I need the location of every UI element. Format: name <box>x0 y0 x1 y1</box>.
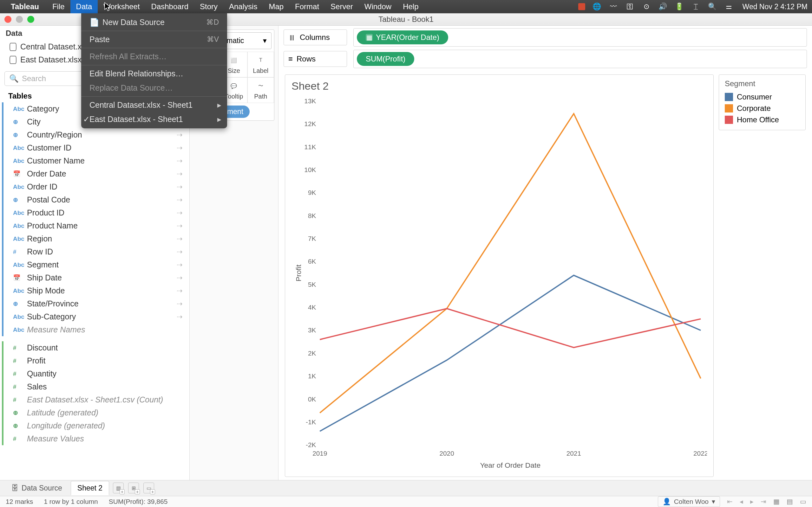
next-page-icon[interactable]: ▸ <box>750 498 754 505</box>
field-order-id[interactable]: AbcOrder ID⇢ <box>3 180 189 193</box>
blend-link-icon[interactable]: ⇢ <box>177 287 183 295</box>
field-customer-name[interactable]: AbcCustomer Name⇢ <box>3 154 189 167</box>
field-postal-code[interactable]: ⊕Postal Code⇢ <box>3 193 189 206</box>
field-sub-category[interactable]: AbcSub-Category⇢ <box>3 310 189 323</box>
field-quantity[interactable]: #Quantity <box>3 367 189 380</box>
blend-link-icon[interactable]: ⇢ <box>177 235 183 243</box>
menu-story[interactable]: Story <box>194 0 223 13</box>
new-worksheet-button[interactable]: ▥+ <box>113 483 124 493</box>
line-home-office[interactable] <box>320 308 701 348</box>
menu-ds-east[interactable]: ✓East Dataset.xlsx - Sheet1▸ <box>81 112 227 126</box>
minimize-window-button[interactable] <box>16 16 23 23</box>
field-order-date[interactable]: 📅Order Date⇢ <box>3 167 189 180</box>
columns-shelf[interactable]: ▦YEAR(Order Date) <box>353 28 807 47</box>
blend-link-icon[interactable]: ⇢ <box>177 183 183 191</box>
menu-paste[interactable]: Paste ⌘V <box>81 32 227 47</box>
last-page-icon[interactable]: ⇥ <box>761 498 766 505</box>
tab-sheet-2[interactable]: Sheet 2 <box>71 481 109 495</box>
field-measure-values[interactable]: #Measure Values <box>3 432 189 445</box>
menu-edit-blend[interactable]: Edit Blend Relationships… <box>81 66 227 81</box>
blend-link-icon[interactable]: ⇢ <box>177 157 183 165</box>
mark-path-button[interactable]: 〜Path <box>247 77 274 103</box>
field-ship-mode[interactable]: AbcShip Mode⇢ <box>3 284 189 297</box>
stoplight-icon[interactable] <box>578 3 585 10</box>
key-icon[interactable]: ⚿ <box>625 2 635 11</box>
field-country-region[interactable]: ⊕Country/Region⇢ <box>3 128 189 141</box>
app-name[interactable]: Tableau <box>11 2 39 11</box>
presentation-icon[interactable]: ▭ <box>800 498 806 505</box>
field-measure-names[interactable]: AbcMeasure Names <box>3 323 189 336</box>
menu-data[interactable]: Data <box>70 0 98 13</box>
field-customer-id[interactable]: AbcCustomer ID⇢ <box>3 141 189 154</box>
blend-link-icon[interactable]: ⇢ <box>177 196 183 204</box>
menu-server[interactable]: Server <box>325 0 359 13</box>
legend-item-corporate[interactable]: Corporate <box>725 103 800 114</box>
field-state-province[interactable]: ⊕State/Province⇢ <box>3 297 189 310</box>
menu-worksheet[interactable]: Worksheet <box>98 0 145 13</box>
field-ship-date[interactable]: 📅Ship Date⇢ <box>3 271 189 284</box>
legend-item-consumer[interactable]: Consumer <box>725 91 800 103</box>
first-page-icon[interactable]: ⇤ <box>727 498 733 505</box>
spotlight-icon[interactable]: 🔍 <box>708 2 717 11</box>
field-product-id[interactable]: AbcProduct ID⇢ <box>3 206 189 219</box>
chart-view[interactable]: Sheet 2 -2K-1K0K1K2K3K4K5K6K7K8K9K10K11K… <box>285 74 714 477</box>
field-sales[interactable]: #Sales <box>3 380 189 393</box>
user-dropdown[interactable]: 👤 Colten Woo ▾ <box>658 496 720 507</box>
blend-link-icon[interactable]: ⇢ <box>177 170 183 178</box>
menu-format[interactable]: Format <box>289 0 325 13</box>
volume-icon[interactable]: 🔊 <box>658 2 668 11</box>
blend-link-icon[interactable]: ⇢ <box>177 248 183 256</box>
menu-map[interactable]: Map <box>263 0 289 13</box>
close-window-button[interactable] <box>4 16 11 23</box>
menu-dashboard[interactable]: Dashboard <box>146 0 194 13</box>
field-discount[interactable]: #Discount <box>3 341 189 354</box>
blend-link-icon[interactable]: ⇢ <box>177 131 183 139</box>
color-legend[interactable]: Segment ConsumerCorporateHome Office <box>719 74 806 130</box>
menu-new-data-source[interactable]: 📄 New Data Source ⌘D <box>81 15 227 30</box>
menu-file[interactable]: File <box>47 0 70 13</box>
blend-link-icon[interactable]: ⇢ <box>177 209 183 217</box>
field-segment[interactable]: AbcSegment⇢ <box>3 258 189 271</box>
legend-item-home-office[interactable]: Home Office <box>725 114 800 125</box>
menu-window[interactable]: Window <box>359 0 397 13</box>
sheet-title[interactable]: Sheet 2 <box>292 80 707 92</box>
zoom-window-button[interactable] <box>27 16 34 23</box>
blend-link-icon[interactable]: ⇢ <box>177 144 183 152</box>
show-me-icon[interactable]: ▤ <box>786 498 793 505</box>
prev-page-icon[interactable]: ◂ <box>740 498 743 505</box>
field-row-id[interactable]: #Row ID⇢ <box>3 245 189 258</box>
field-profit[interactable]: #Profit <box>3 354 189 367</box>
wifi-icon[interactable]: ⌶ <box>691 2 701 11</box>
play-icon[interactable]: ⊙ <box>642 2 651 11</box>
mark-label-button[interactable]: TLabel <box>247 52 274 77</box>
menu-clock[interactable]: Wed Nov 2 4:12 PM <box>743 3 808 11</box>
blend-link-icon[interactable]: ⇢ <box>177 222 183 230</box>
rows-shelf[interactable]: SUM(Profit) <box>353 50 807 68</box>
battery-icon[interactable]: 🔋 <box>675 2 684 11</box>
rows-pill-profit[interactable]: SUM(Profit) <box>357 52 414 66</box>
control-center-icon[interactable]: ⚌ <box>724 2 734 11</box>
tab-data-source[interactable]: 🗄Data Source <box>4 481 69 495</box>
line-corporate[interactable] <box>320 114 701 413</box>
legend-swatch <box>725 104 733 112</box>
field-east-dataset-xlsx-sheet1-csv-count-[interactable]: #East Dataset.xlsx - Sheet1.csv (Count) <box>3 393 189 406</box>
expand-icon[interactable]: ▦ <box>366 34 373 41</box>
line-consumer[interactable] <box>320 275 701 431</box>
grid-view-icon[interactable]: ▦ <box>773 498 780 505</box>
globe-icon[interactable]: 🌐 <box>592 2 602 11</box>
cloud-icon[interactable]: 〰 <box>609 2 618 11</box>
menu-help[interactable]: Help <box>397 0 424 13</box>
blend-link-icon[interactable]: ⇢ <box>177 274 183 282</box>
new-story-button[interactable]: ▭+ <box>143 483 154 493</box>
field-latitude-generated-[interactable]: ⊕Latitude (generated) <box>3 406 189 419</box>
blend-link-icon[interactable]: ⇢ <box>177 313 183 321</box>
new-dashboard-button[interactable]: ⊞+ <box>128 483 139 493</box>
field-region[interactable]: AbcRegion⇢ <box>3 232 189 245</box>
columns-pill-year[interactable]: ▦YEAR(Order Date) <box>357 31 448 44</box>
blend-link-icon[interactable]: ⇢ <box>177 261 183 269</box>
field-longitude-generated-[interactable]: ⊕Longitude (generated) <box>3 419 189 432</box>
menu-ds-central[interactable]: Central Dataset.xlsx - Sheet1▸ <box>81 98 227 112</box>
blend-link-icon[interactable]: ⇢ <box>177 300 183 308</box>
field-product-name[interactable]: AbcProduct Name⇢ <box>3 219 189 232</box>
menu-analysis[interactable]: Analysis <box>223 0 263 13</box>
